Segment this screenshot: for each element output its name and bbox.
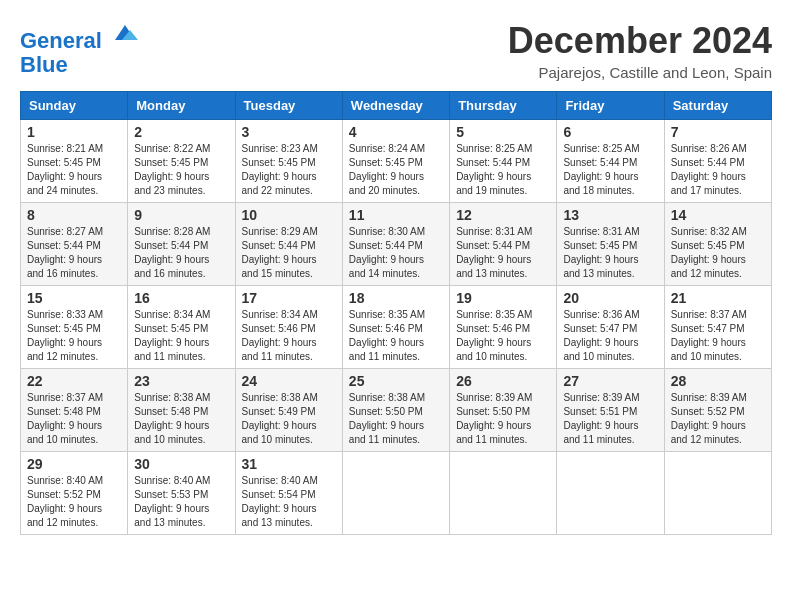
day-info: Sunrise: 8:24 AM Sunset: 5:45 PM Dayligh… xyxy=(349,142,443,198)
calendar-cell: 16 Sunrise: 8:34 AM Sunset: 5:45 PM Dayl… xyxy=(128,286,235,369)
day-info: Sunrise: 8:37 AM Sunset: 5:47 PM Dayligh… xyxy=(671,308,765,364)
day-info: Sunrise: 8:22 AM Sunset: 5:45 PM Dayligh… xyxy=(134,142,228,198)
day-info: Sunrise: 8:37 AM Sunset: 5:48 PM Dayligh… xyxy=(27,391,121,447)
calendar-cell: 25 Sunrise: 8:38 AM Sunset: 5:50 PM Dayl… xyxy=(342,369,449,452)
calendar-cell: 8 Sunrise: 8:27 AM Sunset: 5:44 PM Dayli… xyxy=(21,203,128,286)
day-number: 23 xyxy=(134,373,228,389)
day-number: 11 xyxy=(349,207,443,223)
day-number: 27 xyxy=(563,373,657,389)
logo-general: General xyxy=(20,28,102,53)
logo-icon xyxy=(110,20,140,48)
calendar-cell xyxy=(450,452,557,535)
calendar-cell: 17 Sunrise: 8:34 AM Sunset: 5:46 PM Dayl… xyxy=(235,286,342,369)
calendar-cell: 18 Sunrise: 8:35 AM Sunset: 5:46 PM Dayl… xyxy=(342,286,449,369)
day-info: Sunrise: 8:35 AM Sunset: 5:46 PM Dayligh… xyxy=(456,308,550,364)
day-info: Sunrise: 8:30 AM Sunset: 5:44 PM Dayligh… xyxy=(349,225,443,281)
day-info: Sunrise: 8:31 AM Sunset: 5:45 PM Dayligh… xyxy=(563,225,657,281)
day-info: Sunrise: 8:27 AM Sunset: 5:44 PM Dayligh… xyxy=(27,225,121,281)
calendar-cell xyxy=(664,452,771,535)
weekday-header: Saturday xyxy=(664,92,771,120)
calendar-cell: 7 Sunrise: 8:26 AM Sunset: 5:44 PM Dayli… xyxy=(664,120,771,203)
day-info: Sunrise: 8:38 AM Sunset: 5:50 PM Dayligh… xyxy=(349,391,443,447)
calendar-cell: 5 Sunrise: 8:25 AM Sunset: 5:44 PM Dayli… xyxy=(450,120,557,203)
day-info: Sunrise: 8:38 AM Sunset: 5:49 PM Dayligh… xyxy=(242,391,336,447)
calendar-cell xyxy=(342,452,449,535)
day-number: 15 xyxy=(27,290,121,306)
month-title: December 2024 xyxy=(508,20,772,62)
calendar-week-row: 8 Sunrise: 8:27 AM Sunset: 5:44 PM Dayli… xyxy=(21,203,772,286)
weekday-header: Friday xyxy=(557,92,664,120)
day-number: 6 xyxy=(563,124,657,140)
day-info: Sunrise: 8:36 AM Sunset: 5:47 PM Dayligh… xyxy=(563,308,657,364)
day-number: 4 xyxy=(349,124,443,140)
day-number: 18 xyxy=(349,290,443,306)
calendar-cell: 30 Sunrise: 8:40 AM Sunset: 5:53 PM Dayl… xyxy=(128,452,235,535)
logo-blue: Blue xyxy=(20,52,68,77)
calendar-cell: 21 Sunrise: 8:37 AM Sunset: 5:47 PM Dayl… xyxy=(664,286,771,369)
calendar-cell: 1 Sunrise: 8:21 AM Sunset: 5:45 PM Dayli… xyxy=(21,120,128,203)
day-number: 31 xyxy=(242,456,336,472)
day-number: 14 xyxy=(671,207,765,223)
calendar-cell: 15 Sunrise: 8:33 AM Sunset: 5:45 PM Dayl… xyxy=(21,286,128,369)
calendar-cell: 12 Sunrise: 8:31 AM Sunset: 5:44 PM Dayl… xyxy=(450,203,557,286)
day-number: 7 xyxy=(671,124,765,140)
weekday-header: Sunday xyxy=(21,92,128,120)
day-number: 17 xyxy=(242,290,336,306)
day-number: 21 xyxy=(671,290,765,306)
calendar-cell: 2 Sunrise: 8:22 AM Sunset: 5:45 PM Dayli… xyxy=(128,120,235,203)
day-info: Sunrise: 8:40 AM Sunset: 5:53 PM Dayligh… xyxy=(134,474,228,530)
calendar-cell: 20 Sunrise: 8:36 AM Sunset: 5:47 PM Dayl… xyxy=(557,286,664,369)
calendar-cell: 3 Sunrise: 8:23 AM Sunset: 5:45 PM Dayli… xyxy=(235,120,342,203)
logo: General Blue xyxy=(20,20,140,77)
day-info: Sunrise: 8:23 AM Sunset: 5:45 PM Dayligh… xyxy=(242,142,336,198)
page-header: General Blue December 2024 Pajarejos, Ca… xyxy=(20,20,772,81)
day-info: Sunrise: 8:39 AM Sunset: 5:50 PM Dayligh… xyxy=(456,391,550,447)
day-info: Sunrise: 8:21 AM Sunset: 5:45 PM Dayligh… xyxy=(27,142,121,198)
calendar-cell: 31 Sunrise: 8:40 AM Sunset: 5:54 PM Dayl… xyxy=(235,452,342,535)
day-info: Sunrise: 8:34 AM Sunset: 5:46 PM Dayligh… xyxy=(242,308,336,364)
day-info: Sunrise: 8:38 AM Sunset: 5:48 PM Dayligh… xyxy=(134,391,228,447)
calendar-week-row: 1 Sunrise: 8:21 AM Sunset: 5:45 PM Dayli… xyxy=(21,120,772,203)
day-info: Sunrise: 8:32 AM Sunset: 5:45 PM Dayligh… xyxy=(671,225,765,281)
calendar-cell: 28 Sunrise: 8:39 AM Sunset: 5:52 PM Dayl… xyxy=(664,369,771,452)
weekday-header: Thursday xyxy=(450,92,557,120)
calendar-cell: 10 Sunrise: 8:29 AM Sunset: 5:44 PM Dayl… xyxy=(235,203,342,286)
day-number: 8 xyxy=(27,207,121,223)
weekday-header: Wednesday xyxy=(342,92,449,120)
day-number: 29 xyxy=(27,456,121,472)
calendar-cell: 14 Sunrise: 8:32 AM Sunset: 5:45 PM Dayl… xyxy=(664,203,771,286)
calendar-week-row: 29 Sunrise: 8:40 AM Sunset: 5:52 PM Dayl… xyxy=(21,452,772,535)
day-number: 10 xyxy=(242,207,336,223)
day-info: Sunrise: 8:25 AM Sunset: 5:44 PM Dayligh… xyxy=(456,142,550,198)
day-number: 5 xyxy=(456,124,550,140)
day-info: Sunrise: 8:39 AM Sunset: 5:52 PM Dayligh… xyxy=(671,391,765,447)
day-number: 2 xyxy=(134,124,228,140)
day-info: Sunrise: 8:31 AM Sunset: 5:44 PM Dayligh… xyxy=(456,225,550,281)
title-block: December 2024 Pajarejos, Castille and Le… xyxy=(508,20,772,81)
calendar-cell: 24 Sunrise: 8:38 AM Sunset: 5:49 PM Dayl… xyxy=(235,369,342,452)
day-info: Sunrise: 8:40 AM Sunset: 5:54 PM Dayligh… xyxy=(242,474,336,530)
calendar-cell: 9 Sunrise: 8:28 AM Sunset: 5:44 PM Dayli… xyxy=(128,203,235,286)
day-number: 30 xyxy=(134,456,228,472)
calendar-table: SundayMondayTuesdayWednesdayThursdayFrid… xyxy=(20,91,772,535)
calendar-week-row: 15 Sunrise: 8:33 AM Sunset: 5:45 PM Dayl… xyxy=(21,286,772,369)
day-number: 28 xyxy=(671,373,765,389)
calendar-cell: 19 Sunrise: 8:35 AM Sunset: 5:46 PM Dayl… xyxy=(450,286,557,369)
day-info: Sunrise: 8:26 AM Sunset: 5:44 PM Dayligh… xyxy=(671,142,765,198)
day-info: Sunrise: 8:35 AM Sunset: 5:46 PM Dayligh… xyxy=(349,308,443,364)
day-number: 20 xyxy=(563,290,657,306)
day-info: Sunrise: 8:33 AM Sunset: 5:45 PM Dayligh… xyxy=(27,308,121,364)
calendar-week-row: 22 Sunrise: 8:37 AM Sunset: 5:48 PM Dayl… xyxy=(21,369,772,452)
weekday-header: Tuesday xyxy=(235,92,342,120)
calendar-cell: 22 Sunrise: 8:37 AM Sunset: 5:48 PM Dayl… xyxy=(21,369,128,452)
day-info: Sunrise: 8:25 AM Sunset: 5:44 PM Dayligh… xyxy=(563,142,657,198)
calendar-cell: 13 Sunrise: 8:31 AM Sunset: 5:45 PM Dayl… xyxy=(557,203,664,286)
day-number: 24 xyxy=(242,373,336,389)
calendar-cell: 4 Sunrise: 8:24 AM Sunset: 5:45 PM Dayli… xyxy=(342,120,449,203)
day-info: Sunrise: 8:40 AM Sunset: 5:52 PM Dayligh… xyxy=(27,474,121,530)
calendar-cell xyxy=(557,452,664,535)
day-number: 3 xyxy=(242,124,336,140)
location: Pajarejos, Castille and Leon, Spain xyxy=(508,64,772,81)
day-number: 19 xyxy=(456,290,550,306)
calendar-cell: 23 Sunrise: 8:38 AM Sunset: 5:48 PM Dayl… xyxy=(128,369,235,452)
